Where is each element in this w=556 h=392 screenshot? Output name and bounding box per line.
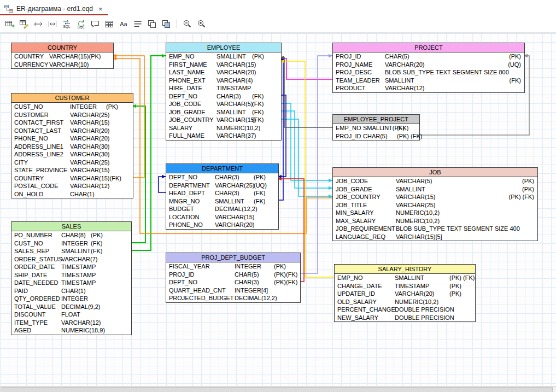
entity-field-row[interactable]: PHONE_NOVARCHAR(20) [11, 134, 133, 143]
entity-field-row[interactable]: PAIDCHAR(1) [11, 287, 131, 295]
entity-field-row[interactable]: CHANGE_DATETIMESTAMP(PK) [335, 282, 475, 290]
entity-field-row[interactable]: LOCATIONVARCHAR(15) [166, 213, 278, 221]
grid-view-icon[interactable] [103, 17, 116, 31]
entity-field-row[interactable]: PROJ_IDCHAR(5)(PK) (FK) [333, 132, 419, 141]
entity-field-row[interactable]: JOB_COUNTRYVARCHAR(15)(FK) [166, 116, 281, 124]
entity-field-row[interactable]: COUNTRYVARCHAR(15)(FK) [11, 174, 133, 183]
entity-title[interactable]: SALES [11, 222, 131, 231]
entity-sales[interactable]: SALESPO_NUMBERCHAR(8)(PK)CUST_NOINTEGER(… [11, 221, 132, 335]
export-sql-icon[interactable]: SQL [60, 17, 73, 31]
entity-field-row[interactable]: PO_NUMBERCHAR(8)(PK) [11, 231, 131, 239]
entity-title[interactable]: COUNTRY [11, 43, 113, 52]
entity-field-row[interactable]: TEAM_LEADERSMALLINT(FK) [333, 77, 524, 85]
entity-field-row[interactable]: POSTAL_CODEVARCHAR(12) [11, 182, 133, 190]
entity-field-row[interactable]: CONTACT_FIRSTVARCHAR(15) [11, 119, 133, 127]
horizontal-scrollbar[interactable] [0, 386, 556, 392]
entity-field-row[interactable]: ITEM_TYPEVARCHAR(12) [11, 319, 131, 327]
resize-width-icon[interactable] [32, 17, 45, 31]
entity-title[interactable]: PROJECT [333, 43, 524, 52]
entity-title[interactable]: JOB [333, 168, 537, 177]
entity-title[interactable]: CUSTOMER [11, 93, 133, 103]
entity-department[interactable]: DEPARTMENTDEPT_NOCHAR(3)(PK)DEPARTMENTVA… [166, 163, 279, 230]
entity-field-row[interactable]: EMP_NOSMALLINT(PK) [166, 52, 281, 61]
send-to-back-icon[interactable] [160, 17, 173, 31]
entity-field-row[interactable]: JOB_CODEVARCHAR(5)(FK) [166, 100, 281, 108]
entity-field-row[interactable]: PHONE_EXTVARCHAR(4) [166, 77, 281, 85]
entity-field-row[interactable]: LAST_NAMEVARCHAR(20) [166, 68, 281, 77]
entity-field-row[interactable]: QUART_HEAD_CNTINTEGER[4] [166, 286, 300, 295]
entity-field-row[interactable]: ORDER_DATETIMESTAMP [11, 263, 131, 271]
zoom-in-icon[interactable] [195, 17, 208, 31]
entity-project[interactable]: PROJECTPROJ_IDCHAR(5)(PK)PROJ_NAMEVARCHA… [332, 43, 525, 93]
comment-icon[interactable] [89, 17, 102, 31]
entity-field-row[interactable]: TOTAL_VALUEDECIMAL(9,2) [11, 303, 131, 311]
bring-to-front-icon[interactable] [145, 17, 159, 31]
entity-field-row[interactable]: EMP_NOSMALLINT(PK)(FK) [333, 124, 419, 132]
diagram-tab[interactable]: ER-диаграмма - erd1.eqd × [0, 3, 108, 15]
entity-proj_dept_budget[interactable]: PROJ_DEPT_BUDGETFISCAL_YEARINTEGER(PK)PR… [166, 253, 301, 303]
refresh-sql-icon[interactable]: SQL [74, 17, 87, 31]
entity-field-row[interactable]: SHIP_DATETIMESTAMP [11, 271, 131, 279]
zoom-out-icon[interactable] [181, 17, 194, 31]
entity-field-row[interactable]: CITYVARCHAR(25) [11, 159, 133, 167]
entity-employee[interactable]: EMPLOYEEEMP_NOSMALLINT(PK)FIRST_NAMEVARC… [166, 43, 282, 141]
entity-title[interactable]: EMPLOYEE_PROJECT [333, 115, 419, 124]
entity-field-row[interactable]: JOB_COUNTRYVARCHAR(15)(PK) (FK) [333, 193, 537, 201]
entity-employee_project[interactable]: EMPLOYEE_PROJECTEMP_NOSMALLINT(PK)(FK)PR… [332, 114, 420, 141]
entity-field-row[interactable]: JOB_CODEVARCHAR(5)(PK) [333, 177, 537, 185]
entity-field-row[interactable]: LANGUAGE_REQVARCHAR(15)[5] [333, 233, 537, 241]
entity-editor-icon[interactable] [17, 17, 31, 31]
diagram-canvas[interactable]: COUNTRYCOUNTRYVARCHAR(15)(PK)CURRENCYVAR… [0, 33, 556, 387]
entity-field-row[interactable]: PHONE_NOVARCHAR(20) [166, 221, 278, 229]
entity-field-row[interactable]: DEPT_NOCHAR(3)(PK)(FK) [166, 278, 300, 286]
entity-field-row[interactable]: PRODUCTVARCHAR(12) [333, 84, 524, 92]
entity-field-row[interactable]: DATE_NEEDEDTIMESTAMP [11, 279, 131, 287]
add-entity-icon[interactable] [3, 17, 16, 31]
entity-field-row[interactable]: AGEDNUMERIC(18,9) [11, 326, 131, 335]
entity-field-row[interactable]: JOB_TITLEVARCHAR(25) [333, 201, 537, 209]
entity-field-row[interactable]: ADDRESS_LINE1VARCHAR(30) [11, 143, 133, 151]
entity-field-row[interactable]: MAX_SALARYNUMERIC(10,2) [333, 217, 537, 225]
entity-job[interactable]: JOBJOB_CODEVARCHAR(5)(PK)JOB_GRADESMALLI… [332, 167, 538, 241]
entity-field-row[interactable]: HEAD_DEPTCHAR(3)(FK) [166, 189, 278, 197]
entity-country[interactable]: COUNTRYCOUNTRYVARCHAR(15)(PK)CURRENCYVAR… [11, 43, 114, 69]
entity-field-row[interactable]: PROJ_DESCBLOB SUB_TYPE TEXT SEGMENT SIZE… [333, 68, 524, 77]
entity-field-row[interactable]: OLD_SALARYNUMERIC(10,2) [335, 298, 475, 306]
tab-close-icon[interactable]: × [98, 5, 103, 13]
entity-field-row[interactable]: CONTACT_LASTVARCHAR(20) [11, 127, 133, 135]
entity-field-row[interactable]: ADDRESS_LINE2VARCHAR(30) [11, 150, 133, 159]
font-icon[interactable]: Aa [117, 17, 130, 31]
entity-field-row[interactable]: ORDER_STATUSVARCHAR(7) [11, 255, 131, 264]
entity-field-row[interactable]: COUNTRYVARCHAR(15)(PK) [11, 52, 113, 61]
entity-field-row[interactable]: FIRST_NAMEVARCHAR(15) [166, 61, 281, 69]
entity-title[interactable]: PROJ_DEPT_BUDGET [166, 253, 300, 262]
entity-field-row[interactable]: MNGR_NOSMALLINT(FK) [166, 197, 278, 206]
entity-field-row[interactable]: DISCOUNTFLOAT [11, 311, 131, 319]
entity-title[interactable]: SALARY_HISTORY [335, 265, 475, 274]
horizontal-scrollbar-thumb[interactable] [1, 387, 553, 392]
entity-field-row[interactable]: SALES_REPSMALLINT(FK) [11, 247, 131, 255]
entity-field-row[interactable]: CUSTOMERVARCHAR(25) [11, 111, 133, 119]
entity-field-row[interactable]: JOB_GRADESMALLINT(FK) [166, 108, 281, 116]
notation-lines-icon[interactable] [131, 17, 144, 31]
entity-field-row[interactable]: NEW_SALARYDOUBLE PRECISION [335, 314, 475, 322]
entity-field-row[interactable]: JOB_GRADESMALLINT(PK) [333, 185, 537, 194]
entity-field-row[interactable]: PROJ_IDCHAR(5)(PK) [333, 52, 524, 61]
entity-field-row[interactable]: CURRENCYVARCHAR(10) [11, 61, 113, 69]
entity-field-row[interactable]: FULL_NAMEVARCHAR(37) [166, 132, 281, 140]
entity-title[interactable]: EMPLOYEE [166, 43, 281, 52]
entity-field-row[interactable]: DEPARTMENTVARCHAR(25)(UQ) [166, 182, 278, 190]
entity-field-row[interactable]: CUST_NOINTEGER(PK) [11, 103, 133, 111]
fit-width-icon[interactable] [46, 17, 59, 31]
entity-salary_history[interactable]: SALARY_HISTORYEMP_NOSMALLINT(PK) (FK)CHA… [334, 264, 476, 322]
entity-field-row[interactable]: PROJECTED_BUDGETDECIMAL(12,2) [166, 294, 300, 302]
entity-field-row[interactable]: DEPT_NOCHAR(3)(FK) [166, 92, 281, 101]
entity-field-row[interactable]: ON_HOLDCHAR(1) [11, 190, 133, 198]
entity-field-row[interactable]: JOB_REQUIREMENTBLOB SUB_TYPE TEXT SEGMEN… [333, 225, 537, 233]
entity-field-row[interactable]: HIRE_DATETIMESTAMP [166, 84, 281, 92]
entity-title[interactable]: DEPARTMENT [166, 164, 278, 173]
entity-field-row[interactable]: BUDGETDECIMAL(12,2) [166, 205, 278, 213]
entity-field-row[interactable]: PROJ_NAMEVARCHAR(20)(UQ) [333, 61, 524, 69]
entity-field-row[interactable]: SALARYNUMERIC(10,2) [166, 124, 281, 132]
entity-field-row[interactable]: QTY_ORDEREDINTEGER [11, 295, 131, 303]
